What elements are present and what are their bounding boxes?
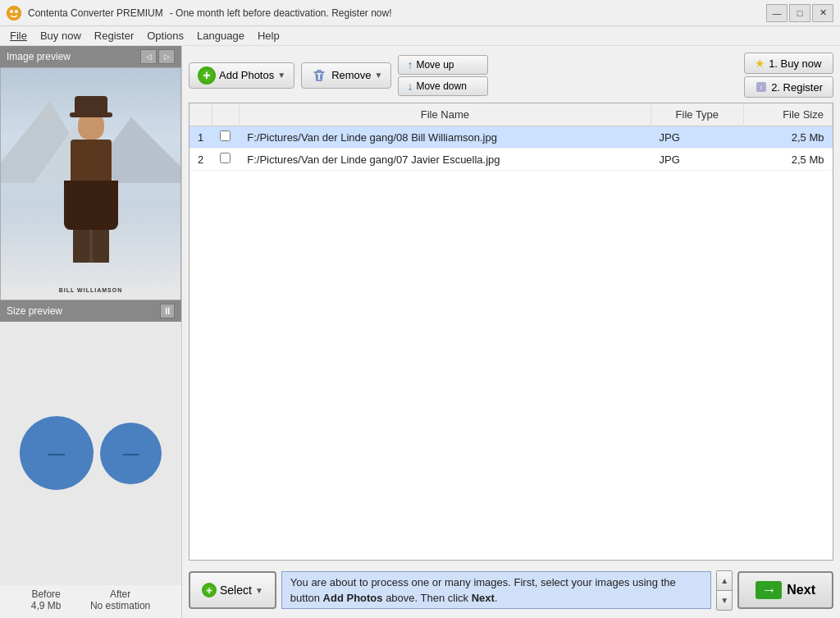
svg-text:i: i (760, 84, 762, 91)
menu-options[interactable]: Options (140, 28, 190, 43)
row-checkbox-2[interactable] (220, 153, 231, 163)
register-button[interactable]: i 2. Register (744, 76, 833, 98)
app-title: Contenta Converter PREMIUM (28, 7, 163, 19)
size-preview-area (0, 322, 181, 586)
move-buttons: ↑ Move up ↓ Move down (398, 55, 488, 96)
menu-language[interactable]: Language (190, 28, 251, 43)
char-hat (75, 96, 107, 114)
row-filename-1: F:/Pictures/Van der Linde gang/08 Bill W… (239, 126, 651, 149)
preview-btn-2[interactable]: ▷ (158, 49, 175, 64)
info-bold-addphotos: Add Photos (323, 592, 383, 604)
after-label: After (90, 588, 150, 600)
select-button[interactable]: + Select ▼ (189, 571, 276, 609)
preview-header-buttons: ◁ ▷ (140, 49, 175, 64)
move-up-button[interactable]: ↑ Move up (398, 55, 488, 75)
menu-file[interactable]: File (3, 28, 34, 43)
file-table-container: File Name File Type File Size 1 F:/Pictu… (189, 103, 833, 561)
add-photos-dropdown-icon: ▼ (277, 71, 285, 80)
move-down-button[interactable]: ↓ Move down (398, 76, 488, 96)
th-filename: File Name (239, 103, 651, 126)
row-num-1: 1 (189, 126, 212, 149)
row-filesize-2: 2,5 Mb (743, 149, 832, 171)
next-button[interactable]: → Next (737, 571, 833, 609)
scroll-down-button[interactable]: ▼ (717, 591, 732, 610)
remove-label: Remove (331, 69, 371, 81)
info-bold-next: Next (472, 592, 495, 604)
size-preview-header: Size preview ⏸ (0, 300, 181, 322)
row-filesize-1: 2,5 Mb (743, 126, 832, 149)
file-table: File Name File Type File Size 1 F:/Pictu… (189, 103, 833, 171)
row-checkbox-1[interactable] (220, 130, 231, 141)
maximize-button[interactable]: □ (789, 4, 810, 22)
table-header-row: File Name File Type File Size (189, 103, 833, 126)
menu-register[interactable]: Register (88, 28, 140, 43)
buy-now-button[interactable]: ★ 1. Buy now (744, 53, 833, 74)
toolbar: + Add Photos ▼ Remove ▼ ↑ Move up (189, 53, 833, 98)
table-row: 1 F:/Pictures/Van der Linde gang/08 Bill… (189, 126, 833, 149)
add-photos-label: Add Photos (219, 69, 274, 81)
register-icon: i (755, 80, 768, 94)
select-add-icon: + (202, 583, 217, 597)
scroll-buttons: ▲ ▼ (716, 570, 733, 611)
title-bar-controls: — □ ✕ (766, 4, 833, 22)
before-value: 4,9 Mb (31, 600, 62, 611)
move-up-icon: ↑ (407, 58, 413, 71)
remove-button[interactable]: Remove ▼ (301, 62, 391, 89)
th-checkbox (212, 103, 239, 126)
move-down-icon: ↓ (407, 80, 413, 93)
app-subtitle: - One month left before deactivation. Re… (170, 7, 392, 19)
main-container: Image preview ◁ ▷ (0, 46, 840, 618)
left-panel: Image preview ◁ ▷ (0, 46, 182, 618)
move-down-label: Move down (416, 80, 466, 92)
table-row: 2 F:/Pictures/Van der Linde gang/07 Javi… (189, 149, 833, 171)
before-label: Before (31, 588, 62, 600)
row-num-2: 2 (189, 149, 212, 171)
row-checkbox-cell-2 (212, 149, 239, 171)
row-filename-2: F:/Pictures/Van der Linde gang/07 Javier… (239, 149, 651, 171)
svg-point-2 (15, 10, 18, 13)
size-label-before: Before 4,9 Mb (31, 588, 62, 611)
close-button[interactable]: ✕ (812, 4, 833, 22)
size-circle-after (100, 423, 162, 484)
svg-point-1 (10, 10, 13, 13)
add-photos-button[interactable]: + Add Photos ▼ (189, 62, 294, 89)
move-up-label: Move up (416, 59, 454, 71)
minimize-button[interactable]: — (766, 4, 788, 22)
menu-buynow[interactable]: Buy now (34, 28, 88, 43)
select-dropdown-icon: ▼ (255, 586, 263, 595)
th-filetype: File Type (651, 103, 743, 126)
size-label-after: After No estimation (90, 588, 150, 611)
next-arrow-icon: → (756, 581, 782, 599)
title-bar: Contenta Converter PREMIUM - One month l… (0, 0, 840, 26)
character-name: BILL WILLIAMSON (1, 287, 180, 293)
register-label: 2. Register (771, 81, 823, 94)
row-checkbox-cell-1 (212, 126, 239, 149)
menu-help[interactable]: Help (251, 28, 286, 43)
remove-icon (310, 66, 328, 85)
buy-now-label: 1. Buy now (769, 57, 821, 70)
right-panel: + Add Photos ▼ Remove ▼ ↑ Move up (182, 46, 840, 618)
character-image: BILL WILLIAMSON (1, 68, 180, 300)
scroll-up-button[interactable]: ▲ (717, 571, 732, 590)
size-labels: Before 4,9 Mb After No estimation (0, 585, 181, 618)
image-preview-area: BILL WILLIAMSON (0, 67, 181, 300)
size-circle-before (20, 416, 94, 490)
pause-button[interactable]: ⏸ (160, 304, 175, 318)
star-icon: ★ (755, 57, 765, 70)
th-num (189, 103, 212, 126)
remove-dropdown-icon: ▼ (375, 71, 383, 80)
next-arrow-shape: → (761, 582, 776, 599)
right-toolbar-buttons: ★ 1. Buy now i 2. Register (744, 53, 833, 98)
svg-point-0 (7, 6, 21, 21)
add-photos-icon: + (198, 66, 216, 85)
row-filetype-2: JPG (651, 149, 743, 171)
image-preview-header: Image preview ◁ ▷ (0, 46, 181, 67)
menu-bar: File Buy now Register Options Language H… (0, 26, 840, 46)
app-icon (7, 6, 21, 21)
character-figure (58, 111, 124, 275)
preview-btn-1[interactable]: ◁ (140, 49, 157, 64)
char-body (71, 140, 112, 213)
info-box: You are about to process one or many ima… (281, 571, 711, 609)
row-filetype-1: JPG (651, 126, 743, 149)
image-preview-title: Image preview (7, 51, 71, 62)
